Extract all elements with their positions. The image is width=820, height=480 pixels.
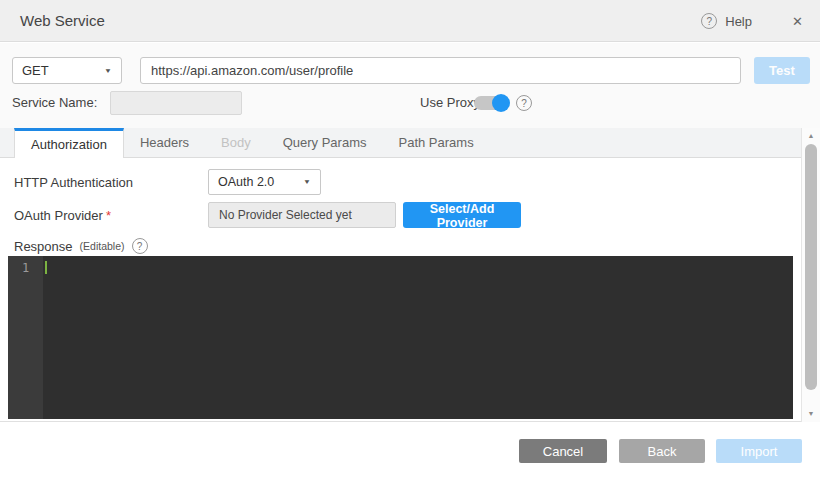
- oauth-provider-label-text: OAuth Provider: [14, 208, 103, 223]
- scrollbar-thumb[interactable]: [805, 144, 817, 390]
- chevron-down-icon: ▼: [104, 67, 112, 74]
- help-icon: ?: [701, 13, 717, 29]
- help-label: Help: [725, 14, 752, 29]
- service-name-input[interactable]: [110, 91, 242, 115]
- cancel-button[interactable]: Cancel: [519, 439, 607, 463]
- line-number: 1: [8, 261, 43, 275]
- close-icon[interactable]: ✕: [792, 0, 803, 42]
- http-auth-value: OAuth 2.0: [218, 175, 303, 189]
- oauth-provider-label: OAuth Provider*: [14, 208, 111, 223]
- tab-body: Body: [205, 128, 267, 157]
- tab-headers[interactable]: Headers: [124, 128, 205, 157]
- http-method-select[interactable]: GET ▼: [12, 57, 122, 84]
- url-input[interactable]: [140, 57, 741, 84]
- service-name-label: Service Name:: [12, 91, 97, 115]
- response-label: Response: [14, 239, 73, 254]
- response-editable-qualifier: (Editable): [80, 240, 125, 252]
- response-code-editor[interactable]: 1: [8, 256, 793, 419]
- dialog-footer: Cancel Back Import: [0, 422, 820, 480]
- web-service-dialog: Web Service ? Help ✕ GET ▼ Test Service …: [0, 0, 820, 480]
- help-button[interactable]: ? Help: [701, 0, 752, 42]
- text-cursor: [45, 261, 47, 274]
- http-auth-label: HTTP Authentication: [14, 175, 133, 190]
- scroll-down-icon[interactable]: ▼: [802, 407, 820, 421]
- vertical-scrollbar[interactable]: ▲ ▼: [801, 128, 820, 422]
- import-button[interactable]: Import: [716, 439, 802, 463]
- tab-path-params[interactable]: Path Params: [382, 128, 489, 157]
- back-button[interactable]: Back: [619, 439, 705, 463]
- response-label-row: Response (Editable) ?: [14, 237, 148, 255]
- select-add-provider-button[interactable]: Select/Add Provider: [403, 202, 521, 228]
- dialog-header: Web Service ? Help ✕: [0, 0, 820, 42]
- oauth-provider-input[interactable]: [208, 202, 396, 228]
- page-title: Web Service: [20, 0, 105, 42]
- chevron-down-icon: ▼: [303, 178, 311, 185]
- editor-body[interactable]: [43, 256, 793, 419]
- tab-bar: Authorization Headers Body Query Params …: [0, 128, 801, 158]
- use-proxy-toggle[interactable]: [474, 96, 508, 110]
- proxy-help-icon[interactable]: ?: [516, 95, 532, 111]
- scroll-up-icon[interactable]: ▲: [802, 129, 820, 143]
- tab-query-params[interactable]: Query Params: [267, 128, 383, 157]
- response-help-icon[interactable]: ?: [132, 238, 148, 254]
- required-marker: *: [106, 208, 111, 223]
- authorization-panel: HTTP Authentication OAuth 2.0 ▼ OAuth Pr…: [0, 159, 801, 422]
- test-button[interactable]: Test: [754, 57, 810, 84]
- http-method-value: GET: [22, 63, 104, 78]
- editor-gutter: 1: [8, 256, 43, 419]
- toggle-knob: [492, 94, 510, 112]
- request-toolbar: GET ▼ Test Service Name: Use Proxy: ?: [0, 43, 820, 128]
- http-auth-select[interactable]: OAuth 2.0 ▼: [208, 169, 321, 195]
- tab-authorization[interactable]: Authorization: [14, 128, 124, 158]
